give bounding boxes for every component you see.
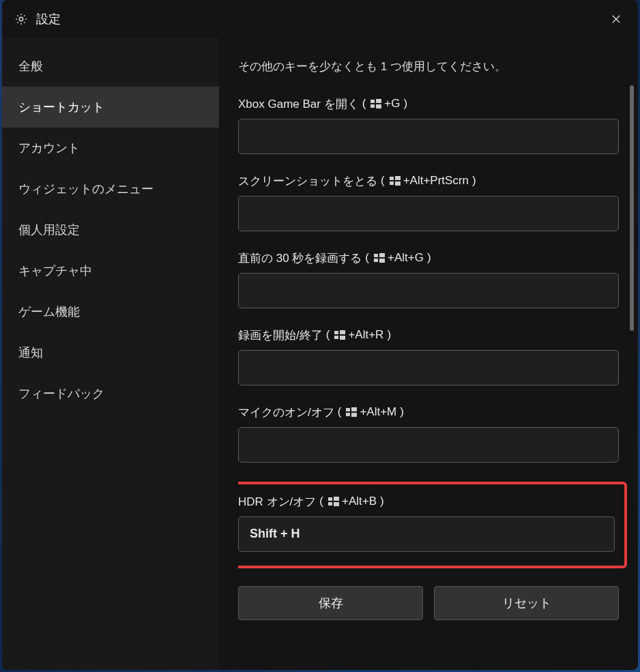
- sidebar-item-label: フィードバック: [18, 387, 104, 400]
- highlight-annotation: HDR オン/オフ ( +Alt+B ): [238, 482, 627, 568]
- sidebar-item-label: キャプチャ中: [18, 264, 92, 278]
- sidebar-item-label: 個人用設定: [18, 223, 80, 237]
- shortcut-open-gamebar: Xbox Game Bar を開く ( +G ): [238, 96, 619, 154]
- titlebar: 設定: [2, 0, 638, 38]
- label-text: 録画を開始/終了: [238, 327, 323, 343]
- windows-key-icon: [390, 176, 401, 186]
- shortcut-screenshot: スクリーンショットをとる ( +Alt+PrtScrn ): [238, 173, 619, 231]
- label-text: HDR オン/オフ: [238, 494, 316, 510]
- shortcut-label: Xbox Game Bar を開く ( +G ): [238, 96, 619, 112]
- sidebar-item-widget-menu[interactable]: ウィジェットのメニュー: [2, 169, 219, 209]
- sidebar-item-notifications[interactable]: 通知: [2, 332, 219, 373]
- combo-text: +Alt+M: [360, 405, 396, 419]
- sidebar-item-feedback[interactable]: フィードバック: [2, 373, 219, 414]
- sidebar-item-label: ショートカット: [18, 100, 104, 114]
- combo-text: +G: [384, 97, 400, 111]
- shortcut-input[interactable]: [238, 427, 619, 463]
- svg-point-0: [19, 17, 23, 20]
- button-row: 保存 リセット: [238, 586, 619, 620]
- combo-text: +Alt+R: [348, 328, 383, 342]
- shortcut-label: HDR オン/オフ ( +Alt+B ): [238, 494, 615, 510]
- sidebar-item-personalization[interactable]: 個人用設定: [2, 209, 219, 250]
- shortcut-input[interactable]: [238, 350, 619, 385]
- sidebar-item-gaming-features[interactable]: ゲーム機能: [2, 291, 219, 332]
- save-button[interactable]: 保存: [238, 586, 423, 620]
- shortcut-label: マイクのオン/オフ ( +Alt+M ): [238, 405, 619, 420]
- label-text: マイクのオン/オフ: [238, 405, 334, 420]
- sidebar-item-shortcuts[interactable]: ショートカット: [2, 87, 219, 128]
- gear-icon: [14, 12, 28, 26]
- sidebar-item-account[interactable]: アカウント: [2, 128, 219, 169]
- button-label: 保存: [319, 595, 343, 611]
- content-area: その他のキーを少なくとも 1 つ使用してください。 Xbox Game Bar …: [219, 38, 638, 670]
- shortcut-input[interactable]: [238, 196, 619, 231]
- shortcut-record-last-30: 直前の 30 秒を録画する ( +Alt+G ): [238, 250, 619, 308]
- label-text: スクリーンショットをとる: [238, 173, 377, 189]
- windows-key-icon: [328, 497, 339, 506]
- combo-text: +Alt+G: [388, 251, 424, 265]
- button-label: リセット: [502, 595, 551, 611]
- sidebar-item-label: 通知: [18, 346, 43, 360]
- windows-key-icon: [374, 253, 385, 263]
- scrollbar[interactable]: [630, 85, 634, 331]
- shortcut-label: 録画を開始/終了 ( +Alt+R ): [238, 327, 619, 343]
- sidebar-item-label: ウィジェットのメニュー: [18, 182, 154, 196]
- shortcut-mic-toggle: マイクのオン/オフ ( +Alt+M ): [238, 405, 619, 463]
- windows-key-icon: [334, 330, 345, 340]
- sidebar-item-label: 全般: [18, 59, 43, 73]
- sidebar-item-label: ゲーム機能: [18, 305, 80, 319]
- shortcut-hdr-toggle: HDR オン/オフ ( +Alt+B ): [238, 494, 615, 552]
- window-title: 設定: [36, 11, 61, 27]
- shortcut-input[interactable]: [238, 273, 619, 308]
- sidebar-item-capturing[interactable]: キャプチャ中: [2, 250, 219, 291]
- windows-key-icon: [370, 99, 381, 108]
- shortcut-label: スクリーンショットをとる ( +Alt+PrtScrn ): [238, 173, 619, 189]
- combo-text: +Alt+B: [342, 495, 377, 508]
- windows-key-icon: [346, 407, 357, 417]
- reset-button[interactable]: リセット: [434, 586, 619, 620]
- combo-text: +Alt+PrtScrn: [403, 174, 469, 188]
- settings-window: 設定 全般 ショートカット アカウント ウィジェットのメニュー 個人用設定 キャ…: [2, 0, 638, 670]
- shortcut-record-toggle: 録画を開始/終了 ( +Alt+R ): [238, 327, 619, 385]
- intro-text: その他のキーを少なくとも 1 つ使用してください。: [238, 58, 619, 76]
- shortcut-input[interactable]: [238, 516, 615, 552]
- close-icon: [610, 13, 622, 25]
- sidebar-item-general[interactable]: 全般: [2, 46, 219, 87]
- shortcut-input[interactable]: [238, 119, 619, 154]
- sidebar: 全般 ショートカット アカウント ウィジェットのメニュー 個人用設定 キャプチャ…: [2, 38, 219, 670]
- label-text: Xbox Game Bar を開く: [238, 96, 359, 112]
- close-button[interactable]: [607, 10, 626, 29]
- shortcut-label: 直前の 30 秒を録画する ( +Alt+G ): [238, 250, 619, 266]
- label-text: 直前の 30 秒を録画する: [238, 250, 362, 266]
- sidebar-item-label: アカウント: [18, 141, 80, 155]
